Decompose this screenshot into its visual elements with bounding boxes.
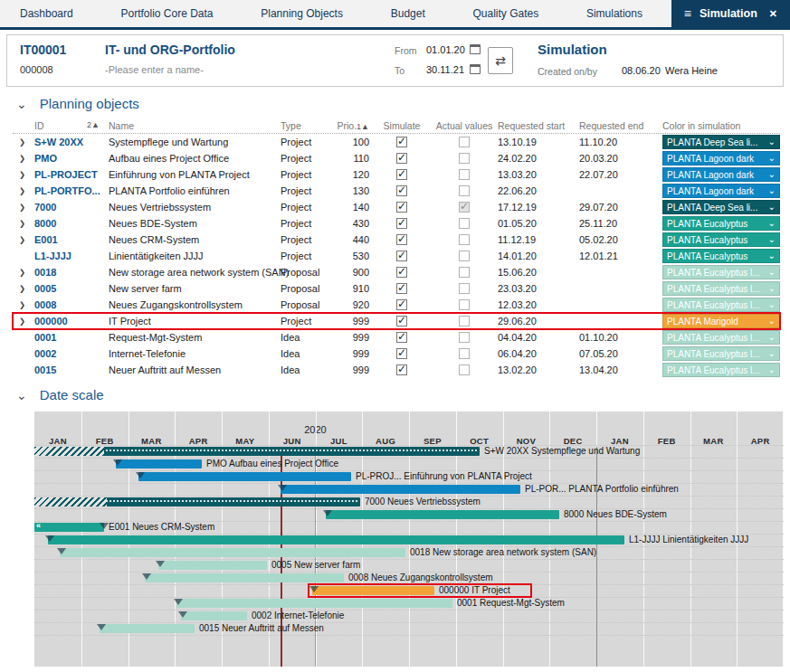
- actual-values-checkbox[interactable]: [459, 316, 470, 327]
- actual-values-checkbox[interactable]: ✓: [459, 202, 470, 213]
- simulate-checkbox[interactable]: ✓: [396, 299, 407, 310]
- column-header-simulate[interactable]: Simulate: [373, 120, 431, 131]
- column-header-color[interactable]: Color in simulation: [662, 120, 780, 131]
- table-row[interactable]: ❯8000Neues BDE-SystemProject430✓01.05.20…: [13, 215, 780, 232]
- column-header-actual[interactable]: Actual values: [431, 120, 498, 131]
- color-dropdown[interactable]: PLANTA Marigold⌄: [662, 314, 780, 328]
- column-header-end[interactable]: Requested end: [579, 120, 662, 131]
- color-dropdown[interactable]: PLANTA Eucalyptus l...⌄: [662, 298, 780, 312]
- actual-values-checkbox[interactable]: [459, 332, 470, 343]
- table-row[interactable]: L1-JJJJLinientätigkeiten JJJJProject530✓…: [13, 248, 780, 264]
- from-date-field[interactable]: 01.01.20: [426, 44, 465, 55]
- column-header-start[interactable]: Requested start: [498, 120, 579, 131]
- row-id[interactable]: 0002: [34, 348, 109, 359]
- table-row[interactable]: 0002Internet-TelefonieIdea999✓06.04.2007…: [13, 345, 780, 362]
- row-id[interactable]: L1-JJJJ: [34, 251, 109, 261]
- table-row[interactable]: 0001Request-Mgt-SystemIdea999✓04.04.2001…: [13, 329, 780, 345]
- close-icon[interactable]: ✕: [769, 8, 777, 20]
- nav-tab-simulation[interactable]: ≡ Simulation ✕: [671, 0, 790, 27]
- row-id[interactable]: PL-PROJECT: [34, 169, 109, 180]
- collapse-icon[interactable]: ⌄: [16, 99, 27, 109]
- portfolio-name-placeholder[interactable]: -Please enter a name-: [105, 64, 204, 75]
- table-row[interactable]: ❯E001Neues CRM-SystemProject440✓11.12.19…: [13, 232, 780, 248]
- simulate-checkbox[interactable]: ✓: [396, 185, 407, 196]
- gantt-bar[interactable]: [100, 624, 195, 633]
- actual-values-checkbox[interactable]: [459, 348, 470, 359]
- gantt-bar[interactable]: [34, 523, 104, 532]
- color-dropdown[interactable]: PLANTA Eucalyptus⌄: [662, 216, 780, 231]
- color-dropdown[interactable]: PLANTA Lagoon dark⌄: [662, 184, 780, 198]
- simulate-checkbox[interactable]: ✓: [396, 169, 407, 180]
- nav-tab[interactable]: Simulations: [586, 7, 642, 20]
- actual-values-checkbox[interactable]: [459, 283, 470, 294]
- gantt-bar[interactable]: [181, 611, 247, 620]
- table-row[interactable]: ❯PMOAufbau eines Project OfficeProject11…: [13, 150, 780, 166]
- actual-values-checkbox[interactable]: [459, 299, 470, 310]
- row-id[interactable]: 8000: [34, 218, 109, 229]
- table-row[interactable]: ❯0018New storage area network system (SA…: [13, 264, 780, 280]
- color-dropdown[interactable]: PLANTA Eucalyptus l...⌄: [662, 330, 780, 345]
- expand-icon[interactable]: ❯: [13, 268, 34, 277]
- simulate-checkbox[interactable]: ✓: [396, 137, 407, 147]
- simulate-checkbox[interactable]: ✓: [396, 234, 407, 245]
- row-id[interactable]: 0008: [34, 299, 109, 310]
- row-id[interactable]: 0018: [34, 267, 109, 278]
- simulate-checkbox[interactable]: ✓: [396, 153, 407, 164]
- expand-icon[interactable]: ❯: [13, 219, 34, 228]
- color-dropdown[interactable]: PLANTA Lagoon dark⌄: [662, 167, 780, 182]
- nav-tab[interactable]: Budget: [391, 7, 425, 20]
- color-dropdown[interactable]: PLANTA Lagoon dark⌄: [662, 151, 780, 166]
- expand-icon[interactable]: ❯: [13, 203, 34, 212]
- collapse-icon[interactable]: ⌄: [16, 391, 27, 400]
- actual-values-checkbox[interactable]: [459, 153, 470, 164]
- actual-values-checkbox[interactable]: [459, 218, 470, 229]
- color-dropdown[interactable]: PLANTA Eucalyptus l...⌄: [662, 265, 780, 279]
- simulate-checkbox[interactable]: ✓: [396, 364, 407, 375]
- row-id[interactable]: PMO: [34, 153, 109, 164]
- column-header-type[interactable]: Type: [281, 120, 333, 131]
- gantt-bar[interactable]: [138, 472, 351, 481]
- row-id[interactable]: 7000: [34, 202, 109, 213]
- expand-icon[interactable]: ❯: [13, 170, 34, 179]
- actual-values-checkbox[interactable]: [459, 234, 470, 245]
- simulate-checkbox[interactable]: ✓: [396, 348, 407, 359]
- row-id[interactable]: PL-PORTFO...: [34, 185, 109, 196]
- gantt-bar[interactable]: [176, 599, 452, 608]
- gantt-bar[interactable]: [145, 573, 344, 582]
- column-header-id[interactable]: ID2▲: [34, 120, 109, 131]
- table-row[interactable]: ❯S+W 20XXSystempflege und WartungProject…: [13, 134, 780, 150]
- simulate-checkbox[interactable]: ✓: [396, 332, 407, 343]
- actual-values-checkbox[interactable]: [459, 364, 470, 375]
- nav-tab[interactable]: Dashboard: [20, 7, 73, 20]
- row-id[interactable]: E001: [34, 234, 109, 245]
- expand-icon[interactable]: ❯: [13, 284, 34, 293]
- actual-values-checkbox[interactable]: [459, 267, 470, 278]
- calendar-icon[interactable]: [470, 64, 481, 74]
- column-header-name[interactable]: Name: [109, 120, 281, 131]
- simulate-checkbox[interactable]: ✓: [396, 251, 407, 261]
- simulate-checkbox[interactable]: ✓: [396, 218, 407, 229]
- expand-icon[interactable]: ❯: [13, 137, 34, 147]
- column-header-prio[interactable]: Prio.1▲: [333, 120, 373, 131]
- simulate-checkbox[interactable]: ✓: [396, 316, 407, 327]
- nav-tab[interactable]: Portfolio Core Data: [120, 7, 213, 20]
- row-id[interactable]: 0005: [34, 283, 109, 294]
- simulate-checkbox[interactable]: ✓: [396, 283, 407, 294]
- nav-tab[interactable]: Quality Gates: [472, 7, 538, 20]
- gantt-bar[interactable]: [48, 535, 624, 544]
- expand-icon[interactable]: ❯: [13, 154, 34, 163]
- gantt-bar[interactable]: [158, 561, 267, 570]
- actual-values-checkbox[interactable]: [459, 251, 470, 261]
- color-dropdown[interactable]: PLANTA Eucalyptus l...⌄: [662, 281, 780, 296]
- calendar-icon[interactable]: [470, 44, 481, 54]
- row-id[interactable]: 000000: [34, 316, 109, 327]
- table-row[interactable]: ❯0008Neues ZugangskontrollsystemProposal…: [13, 297, 780, 313]
- simulate-checkbox[interactable]: ✓: [396, 202, 407, 213]
- table-row[interactable]: 0015Neuer Auftritt auf MessenIdea999✓13.…: [13, 362, 780, 378]
- row-id[interactable]: 0001: [34, 332, 109, 343]
- expand-icon[interactable]: ❯: [13, 235, 34, 244]
- color-dropdown[interactable]: PLANTA Eucalyptus⌄: [662, 232, 780, 247]
- expand-icon[interactable]: ❯: [13, 300, 34, 309]
- table-row[interactable]: ❯PL-PROJECTEinführung von PLANTA Project…: [13, 166, 780, 183]
- row-id[interactable]: 0015: [34, 364, 109, 375]
